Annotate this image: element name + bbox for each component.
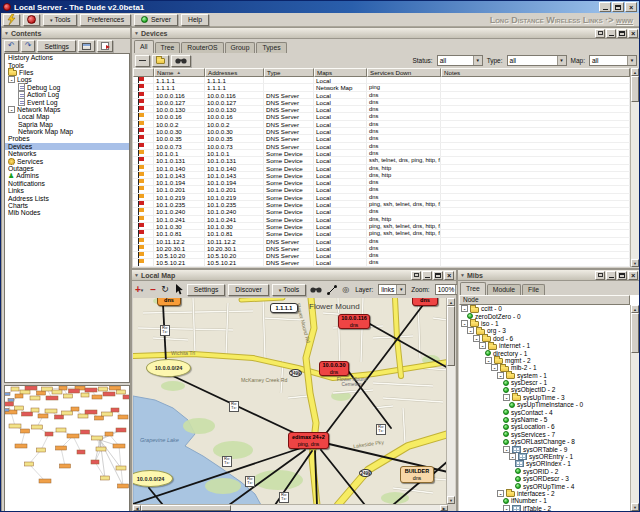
expand-toggle-icon[interactable]: -	[473, 335, 480, 342]
panel-close-button[interactable]: ×	[628, 271, 638, 280]
mib-node-iftable[interactable]: -ifTable - 2	[459, 505, 630, 511]
panel-float-button[interactable]	[595, 29, 605, 38]
mib-node-sysservices[interactable]: sysServices - 7	[459, 431, 630, 438]
sidebar-item-history-actions[interactable]: History Actions	[5, 54, 129, 61]
find-button[interactable]	[171, 55, 191, 67]
radar-scan-button[interactable]: ◎	[341, 283, 350, 296]
table-row[interactable]: 10.0.0.1610.0.0.16DNS ServerLocaldns	[133, 113, 630, 120]
mib-node-zerodotzero[interactable]: zeroDotZero - 0	[459, 312, 630, 319]
table-row[interactable]: 10.0.0.3510.0.0.35DNS ServerLocaldns	[133, 135, 630, 142]
preferences-button[interactable]: Preferences	[80, 14, 131, 26]
mib-node-syslocation[interactable]: sysLocation - 6	[459, 423, 630, 430]
table-row[interactable]: 10.20.30.110.20.30.1DNS ServerLocaldns	[133, 245, 630, 252]
tab-tree[interactable]: Tree	[460, 282, 486, 295]
panel-minimize-button[interactable]	[606, 271, 616, 280]
tab-routeros[interactable]: RouterOS	[181, 42, 223, 53]
mib-node-ifnumber[interactable]: ifNumber - 1	[459, 497, 630, 504]
sidebar-item-mib-nodes[interactable]: Mib Nodes	[5, 209, 129, 216]
tab-group[interactable]: Group	[225, 42, 256, 53]
table-row[interactable]: 10.1.0.21910.1.0.219Some DeviceLocaldns	[133, 194, 630, 201]
undo-button[interactable]: ↶	[4, 40, 19, 52]
expand-toggle-icon[interactable]: -	[8, 76, 15, 83]
table-row[interactable]: 10.5.10.2110.5.10.21DNS ServerLocaldns	[133, 259, 630, 266]
column-header-type[interactable]: Type	[264, 68, 314, 77]
table-row[interactable]: 10.1.0.110.1.0.1Some DeviceLocaldns	[133, 150, 630, 157]
server-button[interactable]: Server	[134, 14, 178, 26]
window-close-button[interactable]: ×	[625, 2, 637, 12]
map-device-node[interactable]: 10.0.0.30dns	[319, 361, 349, 376]
expand-toggle-icon[interactable]: -	[491, 364, 498, 371]
panel-close-button[interactable]: ×	[444, 271, 454, 280]
table-row[interactable]: 10.1.0.20110.1.0.201Some DeviceLocaldns	[133, 186, 630, 193]
network-overview-minimap[interactable]	[4, 385, 130, 512]
expand-toggle-icon[interactable]: -	[503, 505, 510, 511]
mib-node-sysorindex[interactable]: sysORIndex - 1	[459, 460, 630, 467]
mib-node-sysorlastchange[interactable]: sysORLastChange - 8	[459, 438, 630, 445]
scroll-up-icon[interactable]: ▲	[631, 68, 639, 76]
tab-file[interactable]: File	[522, 284, 545, 295]
map-find-button[interactable]	[309, 283, 323, 296]
map-device-node[interactable]: edimax 24+2ping, dns	[288, 432, 329, 449]
select-tool-button[interactable]	[173, 283, 184, 296]
expand-toggle-icon[interactable]: -	[503, 446, 510, 453]
expand-toggle-icon[interactable]: -	[503, 394, 510, 401]
scroll-up-icon[interactable]: ▲	[447, 298, 455, 306]
map-device-node[interactable]: dns	[412, 298, 438, 306]
mib-node-iso[interactable]: -iso - 1	[459, 320, 630, 327]
folder-button[interactable]	[152, 55, 169, 67]
banner-www-link[interactable]: www	[616, 15, 633, 25]
contents-panel-header[interactable]: ▼ Contents	[2, 28, 130, 39]
sidebar-item-local-map[interactable]: Local Map	[5, 113, 129, 120]
type-filter-dropdown[interactable]: all▼	[507, 55, 567, 66]
tab-all[interactable]: All	[134, 40, 154, 53]
sidebar-item-outages[interactable]: Outages	[5, 165, 129, 172]
table-row[interactable]: 1.1.1.11.1.1.1Local	[133, 77, 630, 84]
sidebar-item-services[interactable]: Services	[5, 157, 129, 164]
table-row[interactable]: 10.11.12.210.11.12.2DNS ServerLocaldns	[133, 238, 630, 245]
scroll-up-icon[interactable]: ▲	[631, 305, 639, 313]
column-header-name[interactable]: Name▲	[154, 68, 205, 77]
table-row[interactable]: 10.1.0.23510.1.0.235Some DeviceLocalping…	[133, 201, 630, 208]
window-maximize-button[interactable]	[612, 2, 624, 12]
local-map-panel-header[interactable]: ▼ Local Map ×	[132, 270, 456, 281]
scrollbar-thumb[interactable]	[631, 313, 639, 353]
tab-tree[interactable]: Tree	[155, 42, 181, 53]
mibs-scrollbar[interactable]: ▲ ▼	[630, 305, 639, 511]
map-network-cloud[interactable]: 10.0.0.0/24	[146, 359, 191, 377]
tab-types[interactable]: Types	[256, 42, 286, 53]
expand-toggle-icon[interactable]: -	[8, 106, 15, 113]
sidebar-item-admins[interactable]: ♟Admins	[5, 172, 129, 179]
chevron-down-icon[interactable]: ▼	[396, 285, 405, 294]
table-row[interactable]: 10.5.10.2010.5.10.20DNS ServerLocaldns	[133, 252, 630, 259]
mib-node-sysorentry[interactable]: -sysOREntry - 1	[459, 453, 630, 460]
mib-node-sysname[interactable]: sysName - 5	[459, 416, 630, 423]
table-row[interactable]: 10.0.0.12710.0.0.127DNS ServerLocaldns	[133, 99, 630, 106]
chevron-down-icon[interactable]: ▼	[627, 56, 636, 65]
sidebar-item-tools[interactable]: Tools	[5, 61, 129, 68]
panel-minimize-button[interactable]	[606, 29, 616, 38]
add-element-button[interactable]: +▾	[134, 283, 146, 296]
tab-module[interactable]: Module	[487, 284, 521, 295]
expand-toggle-icon[interactable]: -	[497, 490, 504, 497]
sidebar-item-networks[interactable]: Networks	[5, 150, 129, 157]
table-row[interactable]: 10.1.0.24110.1.0.241Some DeviceLocaldns,…	[133, 216, 630, 223]
settings-button[interactable]: Settings	[37, 40, 76, 52]
mib-node-interfaces[interactable]: -interfaces - 2	[459, 490, 630, 497]
redo-button[interactable]: ↷	[21, 40, 36, 52]
panel-maximize-button[interactable]	[617, 29, 627, 38]
scroll-left-icon[interactable]: ◀	[133, 505, 141, 511]
panel-maximize-button[interactable]	[433, 271, 443, 280]
table-row[interactable]: 10.1.0.14010.1.0.140Some DeviceLocaldns,…	[133, 165, 630, 172]
map-device-node[interactable]: dns	[157, 298, 181, 306]
remove-button[interactable]	[135, 55, 150, 67]
scroll-down-icon[interactable]: ▼	[631, 259, 639, 267]
mibs-panel-header[interactable]: ▼ Mibs ×	[458, 270, 640, 281]
panel-float-button[interactable]	[595, 271, 605, 280]
mib-node-sysoruptime[interactable]: sysORUpTime - 4	[459, 482, 630, 489]
table-row[interactable]: 10.0.0.3010.0.0.30DNS ServerLocaldns	[133, 128, 630, 135]
mib-node-directory[interactable]: directory - 1	[459, 349, 630, 356]
panel-minimize-button[interactable]	[422, 271, 432, 280]
table-row[interactable]: 1.1.1.11.1.1.1Network Mapping	[133, 84, 630, 91]
map-device-node[interactable]: 10.0.0.116dns	[338, 314, 370, 329]
mib-node-sysuptimeinstance[interactable]: sysUpTimeInstance - 0	[459, 401, 630, 408]
